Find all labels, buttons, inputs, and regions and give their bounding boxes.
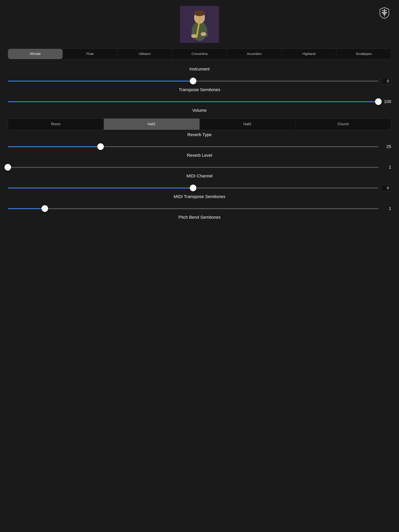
app-logo [378, 6, 391, 19]
header-area [8, 6, 391, 43]
pitch-bend-track [8, 208, 378, 209]
reverb-tab-hall2[interactable]: Hall2 [200, 119, 296, 130]
svg-point-7 [191, 34, 197, 38]
volume-value: 100 [381, 99, 391, 104]
reverb-level-slider-row: 25 [8, 143, 391, 151]
reverb-tab-room[interactable]: Room [8, 119, 104, 130]
midi-transpose-track [8, 188, 378, 189]
reverb-level-label: Reverb Level [187, 153, 212, 158]
tab-accordion[interactable]: Accordion [227, 49, 282, 59]
midi-transpose-thumb[interactable] [190, 185, 196, 191]
transpose-value: 0 [381, 78, 391, 84]
reverb-level-slider[interactable] [8, 143, 378, 151]
midi-channel-track [8, 167, 378, 168]
svg-point-3 [194, 10, 205, 16]
pitch-bend-slider-row: 1 [8, 205, 391, 212]
midi-transpose-fill [8, 188, 193, 189]
midi-channel-thumb[interactable] [5, 164, 11, 171]
pitch-bend-slider[interactable] [8, 205, 378, 212]
tab-concertina[interactable]: Concertina [172, 49, 227, 59]
midi-transpose-slider[interactable] [8, 184, 378, 192]
reverb-track [8, 146, 378, 147]
tab-flute[interactable]: Flute [63, 49, 117, 59]
midi-transpose-slider-row: 0 [8, 184, 391, 192]
tab-whistle[interactable]: Whistle [8, 49, 63, 59]
volume-label: Volume [192, 108, 206, 113]
svg-point-8 [201, 32, 206, 36]
instrument-image [180, 6, 219, 43]
reverb-thumb[interactable] [97, 143, 104, 150]
transpose-fill [8, 81, 193, 82]
pitch-bend-value: 1 [381, 206, 391, 211]
pitch-bend-fill [8, 208, 45, 209]
reverb-type-label: Reverb Type [187, 132, 212, 137]
transpose-track [8, 81, 378, 82]
instrument-label: Instrument [189, 67, 210, 72]
volume-slider-row: 100 [8, 98, 391, 106]
transpose-semitones-slider-row: 0 [8, 77, 391, 85]
reverb-type-tab-bar: Room Hall1 Hall2 Church [8, 118, 391, 130]
volume-track [8, 101, 378, 102]
volume-thumb[interactable] [375, 98, 382, 105]
pitch-bend-label: Pitch Bend Semitones [179, 215, 220, 220]
reverb-fill [8, 146, 101, 147]
tab-uilleann[interactable]: Uilleann [117, 49, 172, 59]
tab-smallpipes[interactable]: Smallpipes [336, 49, 391, 59]
midi-transpose-label: MIDI Transpose Semitones [174, 194, 225, 199]
volume-fill [8, 101, 378, 102]
reverb-tab-hall1[interactable]: Hall1 [104, 119, 200, 130]
instrument-tab-bar: Whistle Flute Uilleann Concertina Accord… [8, 49, 391, 59]
volume-slider[interactable] [8, 98, 378, 106]
pitch-bend-thumb[interactable] [41, 205, 48, 212]
tab-highland[interactable]: Highland [282, 49, 336, 59]
transpose-thumb[interactable] [190, 78, 196, 84]
transpose-label: Transpose Semitones [179, 87, 220, 92]
midi-channel-slider[interactable] [8, 163, 378, 171]
midi-channel-slider-row: 1 [8, 163, 391, 171]
reverb-value: 25 [381, 144, 391, 149]
midi-transpose-value: 0 [381, 185, 391, 191]
midi-channel-value: 1 [381, 165, 391, 170]
midi-channel-label: MIDI Channel [187, 173, 213, 178]
reverb-tab-church[interactable]: Church [295, 119, 391, 130]
transpose-semitones-slider[interactable] [8, 77, 378, 85]
